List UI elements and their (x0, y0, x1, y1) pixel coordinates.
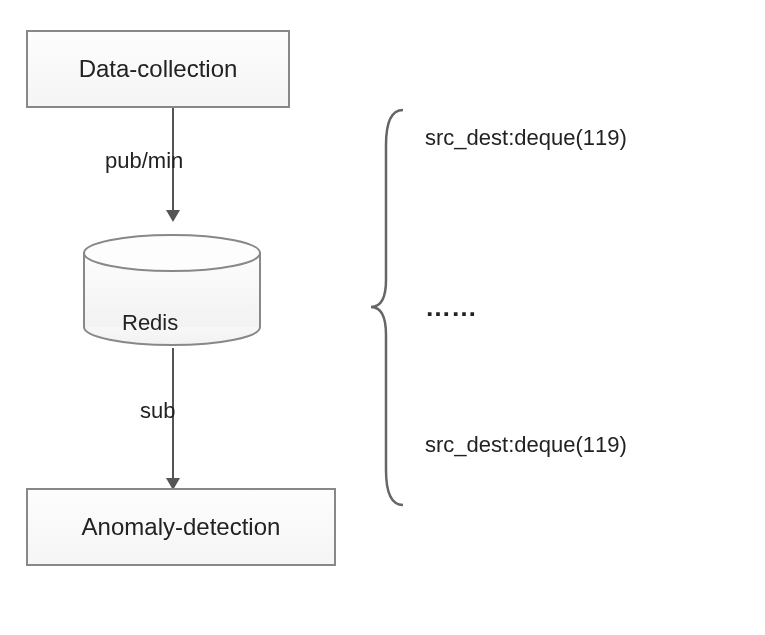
svg-point-4 (84, 235, 260, 271)
architecture-diagram: Data-collection pub/min Redis sub Anomal… (0, 0, 765, 635)
redis-label: Redis (122, 310, 178, 336)
arrow-label-pub: pub/min (105, 148, 183, 174)
anomaly-detection-label: Anomaly-detection (82, 513, 281, 541)
anomaly-detection-box: Anomaly-detection (26, 488, 336, 566)
data-collection-box: Data-collection (26, 30, 290, 108)
brace-item-ellipsis: …… (425, 292, 477, 323)
data-collection-label: Data-collection (79, 55, 238, 83)
arrowhead-pub (166, 210, 180, 222)
brace-item-bottom: src_dest:deque(119) (425, 432, 627, 458)
curly-brace (368, 105, 408, 510)
brace-item-top: src_dest:deque(119) (425, 125, 627, 151)
arrow-label-sub: sub (140, 398, 175, 424)
